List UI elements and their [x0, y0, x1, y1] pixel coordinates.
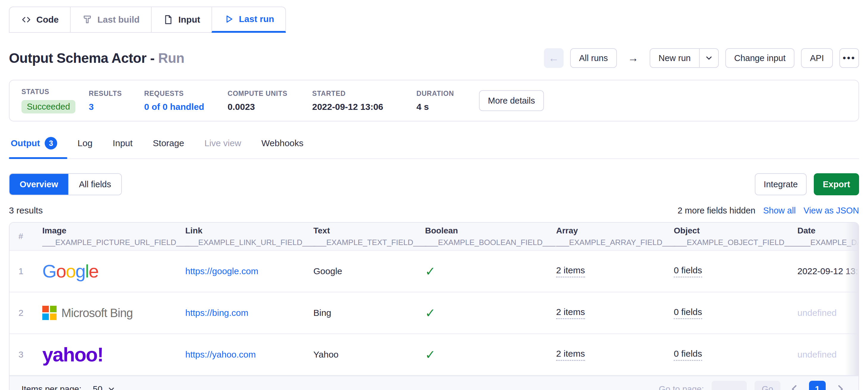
requests-link[interactable]: 0 of 0 handled [144, 102, 227, 112]
arrow-right-icon: → [628, 53, 639, 63]
results-count: 3 results [9, 205, 42, 216]
chevron-left-icon[interactable] [788, 383, 801, 390]
more-actions-button[interactable]: ••• [839, 48, 859, 68]
column-header-image[interactable]: Image ___EXAMPLE_PICTURE_URL_FIELD___ [42, 226, 185, 247]
array-items-link[interactable]: 2 items [556, 265, 585, 278]
new-run-split-button: New run [650, 48, 719, 68]
tab-webhooks-label: Webhooks [261, 138, 304, 148]
code-icon [21, 14, 32, 25]
column-header-text[interactable]: Text ___EXAMPLE_TEXT_FIELD___ [313, 226, 425, 247]
array-items-link[interactable]: 2 items [556, 307, 585, 319]
column-header-boolean[interactable]: Boolean ___EXAMPLE_BOOLEAN_FIELD___ [425, 226, 556, 247]
chevron-down-icon [107, 385, 116, 390]
column-header-array[interactable]: Array ___EXAMPLE_ARRAY_FIELD___ [556, 226, 674, 247]
stat-status-label: STATUS [22, 88, 89, 96]
tab-output[interactable]: Output 3 [9, 135, 67, 158]
row-link[interactable]: https://bing.com [185, 308, 248, 318]
column-header-date[interactable]: Date ___EXAMPLE_DATE_FIELD___ [797, 226, 859, 247]
new-run-dropdown-button[interactable] [700, 48, 719, 68]
run-detail-tabs: Output 3 Log Input Storage Live view Web… [9, 135, 859, 159]
stat-compute-units: COMPUTE UNITS 0.0023 [227, 90, 312, 112]
goto-page-input[interactable] [712, 381, 747, 390]
tab-input[interactable]: Input [151, 6, 212, 33]
chevron-right-icon[interactable] [833, 383, 846, 390]
new-run-button[interactable]: New run [650, 48, 700, 68]
row-date: undefined [797, 350, 859, 360]
page-title: Output Schema Actor - Run [9, 50, 184, 66]
chevron-down-icon [705, 54, 713, 63]
results-count-link[interactable]: 3 [89, 102, 144, 112]
stat-cu-label: COMPUTE UNITS [227, 90, 312, 98]
all-runs-button[interactable]: All runs [570, 48, 617, 68]
next-run-button[interactable]: → [623, 48, 643, 68]
prev-run-button[interactable]: ← [544, 48, 564, 68]
title-row: Output Schema Actor - Run ← All runs → N… [9, 48, 859, 68]
table-header-row: # Image ___EXAMPLE_PICTURE_URL_FIELD___ … [9, 223, 859, 251]
items-per-page-label: Items per page: [22, 384, 82, 390]
show-all-link[interactable]: Show all [763, 206, 796, 216]
goto-page-label: Go to page: [659, 384, 704, 390]
array-items-link[interactable]: 2 items [556, 349, 585, 361]
table-row: 2 Microsoft Bing https://bing.com Bing ✓… [9, 292, 859, 334]
column-header-object[interactable]: Object ___EXAMPLE_OBJECT_FIELD___ [674, 226, 797, 247]
view-toggle-overview[interactable]: Overview [9, 174, 68, 195]
tab-output-label: Output [11, 138, 40, 148]
tab-log-label: Log [78, 138, 92, 148]
more-details-button[interactable]: More details [479, 90, 544, 111]
view-toggle-all-fields[interactable]: All fields [68, 174, 121, 195]
play-icon [223, 14, 234, 24]
tab-run-input[interactable]: Input [102, 135, 143, 158]
object-fields-link[interactable]: 0 fields [674, 307, 702, 319]
row-link[interactable]: https://google.com [185, 266, 258, 276]
object-fields-link[interactable]: 0 fields [674, 349, 702, 361]
stat-status: STATUS Succeeded [22, 88, 89, 113]
integrate-button[interactable]: Integrate [755, 173, 807, 195]
row-text: Yahoo [313, 350, 425, 360]
stat-duration: DURATION 4 s [416, 90, 479, 112]
view-as-json-link[interactable]: View as JSON [804, 206, 859, 216]
checkmark-icon: ✓ [425, 264, 435, 279]
hammer-icon [82, 14, 93, 25]
tab-last-run[interactable]: Last run [212, 6, 286, 33]
results-line: 3 results 2 more fields hidden Show all … [9, 205, 859, 216]
items-per-page-value: 50 [93, 384, 102, 390]
tab-last-run-label: Last run [239, 14, 274, 24]
bing-logo: Microsoft Bing [42, 306, 185, 320]
google-logo: Google [42, 261, 98, 281]
table-row: 1 Google https://google.com Google ✓ 2 i… [9, 251, 859, 292]
row-link[interactable]: https://yahoo.com [185, 350, 256, 359]
stat-duration-value: 4 s [416, 102, 479, 112]
pagination: Go to page: Go 1 [659, 381, 846, 390]
stat-duration-label: DURATION [416, 90, 479, 98]
tab-input-label: Input [179, 14, 200, 25]
tab-code-label: Code [36, 14, 59, 25]
tab-webhooks[interactable]: Webhooks [251, 135, 314, 158]
api-button[interactable]: API [801, 48, 833, 68]
tab-last-build[interactable]: Last build [70, 6, 151, 33]
title-actions: ← All runs → New run Change input API ••… [544, 48, 859, 68]
row-date: undefined [797, 308, 859, 318]
title-sub: Run [158, 50, 184, 66]
hidden-fields-note: 2 more fields hidden Show all View as JS… [678, 206, 859, 216]
file-icon [163, 14, 174, 25]
output-count-badge: 3 [45, 137, 57, 150]
row-text: Google [313, 266, 425, 276]
column-header-index: # [19, 232, 42, 241]
tab-storage[interactable]: Storage [143, 135, 194, 158]
column-header-link[interactable]: Link ___EXAMPLE_LINK_URL_FIELD___ [185, 226, 313, 247]
tab-storage-label: Storage [153, 138, 184, 148]
stat-started: STARTED 2022-09-12 13:06 [312, 90, 416, 112]
export-button[interactable]: Export [814, 173, 859, 195]
change-input-button[interactable]: Change input [725, 48, 795, 68]
checkmark-icon: ✓ [425, 348, 435, 362]
go-button[interactable]: Go [754, 381, 780, 390]
tab-log[interactable]: Log [67, 135, 102, 158]
object-fields-link[interactable]: 0 fields [674, 265, 702, 278]
tab-run-input-label: Input [113, 138, 132, 148]
results-table: # Image ___EXAMPLE_PICTURE_URL_FIELD___ … [9, 222, 859, 390]
current-page-button[interactable]: 1 [809, 381, 826, 390]
row-date: 2022-09-12 13:06:00 [797, 266, 859, 276]
items-per-page-select[interactable]: 50 [93, 384, 116, 390]
stat-started-value: 2022-09-12 13:06 [312, 102, 416, 112]
tab-code[interactable]: Code [9, 6, 70, 33]
